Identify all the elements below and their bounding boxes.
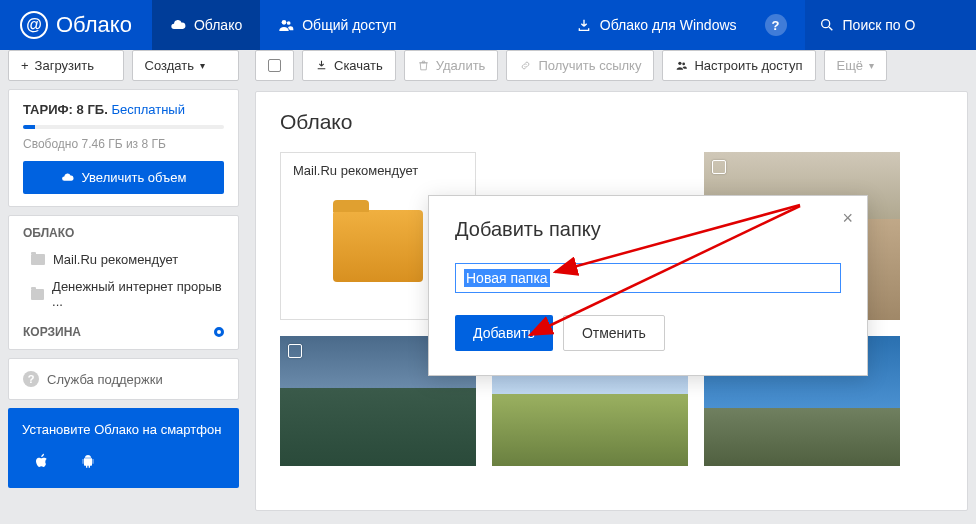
people-icon bbox=[675, 59, 688, 72]
chevron-down-icon: ▾ bbox=[200, 60, 205, 71]
search-icon bbox=[819, 17, 835, 33]
cloud-icon bbox=[61, 171, 74, 184]
tariff-link[interactable]: Бесплатный bbox=[111, 102, 185, 117]
cancel-button[interactable]: Отменить bbox=[563, 315, 665, 351]
get-link-label: Получить ссылку bbox=[538, 58, 641, 73]
delete-label: Удалить bbox=[436, 58, 486, 73]
download-label: Скачать bbox=[334, 58, 383, 73]
link-icon bbox=[519, 59, 532, 72]
tile-label: Mail.Ru рекомендует bbox=[281, 153, 475, 178]
create-label: Создать bbox=[145, 58, 194, 73]
radio-icon bbox=[214, 327, 224, 337]
input-selected-text: Новая папка bbox=[464, 269, 550, 287]
more-button[interactable]: Ещё ▾ bbox=[824, 50, 888, 81]
help-icon[interactable]: ? bbox=[765, 14, 787, 36]
apple-icon bbox=[34, 451, 50, 474]
checkbox-icon[interactable] bbox=[288, 344, 302, 358]
more-label: Ещё bbox=[837, 58, 864, 73]
close-button[interactable]: × bbox=[842, 208, 853, 229]
upload-button[interactable]: + Загрузить bbox=[8, 50, 124, 81]
add-folder-dialog: × Добавить папку Новая папка Добавить От… bbox=[428, 195, 868, 376]
logo[interactable]: @ Облако bbox=[0, 11, 152, 39]
submit-button[interactable]: Добавить bbox=[455, 315, 553, 351]
top-navigation: @ Облако Облако Общий доступ Облако для … bbox=[0, 0, 976, 50]
logo-text: Облако bbox=[56, 12, 132, 38]
nav-cloud[interactable]: Облако bbox=[152, 0, 260, 50]
tariff-size: 8 ГБ. bbox=[77, 102, 108, 117]
nav-cloud-label: Облако bbox=[194, 17, 242, 33]
install-label: Установите Облако на смартфон bbox=[22, 422, 221, 437]
increase-storage-button[interactable]: Увеличить объем bbox=[23, 161, 224, 194]
nav-tree-card: ОБЛАКО Mail.Ru рекомендует Денежный инте… bbox=[8, 215, 239, 350]
svg-point-4 bbox=[683, 63, 686, 66]
search-box[interactable]: Поиск по О bbox=[805, 0, 976, 50]
nav-shared-label: Общий доступ bbox=[302, 17, 396, 33]
at-sign-icon: @ bbox=[20, 11, 48, 39]
tariff-card: ТАРИФ: 8 ГБ. Бесплатный Свободно 7.46 ГБ… bbox=[8, 89, 239, 207]
storage-progress bbox=[23, 125, 224, 129]
page-title: Облако bbox=[280, 110, 943, 134]
folder-icon bbox=[31, 289, 44, 300]
svg-point-1 bbox=[287, 21, 291, 25]
question-icon: ? bbox=[23, 371, 39, 387]
checkbox-icon bbox=[268, 59, 281, 72]
select-all-checkbox[interactable] bbox=[255, 50, 294, 81]
download-app-label: Облако для Windows bbox=[600, 17, 737, 33]
free-space-text: Свободно 7.46 ГБ из 8 ГБ bbox=[23, 137, 224, 151]
tariff-prefix: ТАРИФ: bbox=[23, 102, 73, 117]
svg-point-2 bbox=[821, 20, 829, 28]
sidebar-item-label: Mail.Ru рекомендует bbox=[53, 252, 178, 267]
svg-point-0 bbox=[282, 20, 287, 25]
search-placeholder: Поиск по О bbox=[843, 17, 916, 33]
sidebar: + Загрузить Создать ▾ ТАРИФ: 8 ГБ. Беспл… bbox=[0, 50, 247, 511]
download-icon bbox=[315, 59, 328, 72]
cloud-icon bbox=[170, 17, 186, 33]
plus-icon: + bbox=[21, 58, 29, 73]
section-trash[interactable]: КОРЗИНА bbox=[9, 315, 238, 349]
nav-shared[interactable]: Общий доступ bbox=[260, 0, 414, 50]
sidebar-item-money[interactable]: Денежный интернет прорыв ... bbox=[9, 273, 238, 315]
dialog-title: Добавить папку bbox=[455, 218, 841, 241]
download-box-icon bbox=[576, 17, 592, 33]
folder-name-input[interactable]: Новая папка bbox=[455, 263, 841, 293]
chevron-down-icon: ▾ bbox=[869, 60, 874, 71]
configure-access-button[interactable]: Настроить доступ bbox=[662, 50, 815, 81]
support-label: Служба поддержки bbox=[47, 372, 163, 387]
support-link[interactable]: ? Служба поддержки bbox=[8, 358, 239, 400]
section-cloud: ОБЛАКО bbox=[9, 216, 238, 246]
checkbox-icon[interactable] bbox=[712, 160, 726, 174]
folder-icon bbox=[31, 254, 45, 265]
close-icon: × bbox=[842, 208, 853, 228]
people-icon bbox=[278, 17, 294, 33]
delete-button[interactable]: Удалить bbox=[404, 50, 499, 81]
download-button[interactable]: Скачать bbox=[302, 50, 396, 81]
trash-label: КОРЗИНА bbox=[23, 325, 81, 339]
install-card[interactable]: Установите Облако на смартфон bbox=[8, 408, 239, 488]
increase-label: Увеличить объем bbox=[82, 170, 187, 185]
sidebar-item-recommend[interactable]: Mail.Ru рекомендует bbox=[9, 246, 238, 273]
android-icon bbox=[80, 451, 96, 474]
download-app-link[interactable]: Облако для Windows bbox=[558, 0, 755, 50]
create-button[interactable]: Создать ▾ bbox=[132, 50, 239, 81]
get-link-button[interactable]: Получить ссылку bbox=[506, 50, 654, 81]
configure-label: Настроить доступ bbox=[694, 58, 802, 73]
trash-icon bbox=[417, 59, 430, 72]
upload-label: Загрузить bbox=[35, 58, 94, 73]
sidebar-item-label: Денежный интернет прорыв ... bbox=[52, 279, 224, 309]
svg-point-3 bbox=[679, 62, 682, 65]
folder-large-icon bbox=[333, 210, 423, 282]
